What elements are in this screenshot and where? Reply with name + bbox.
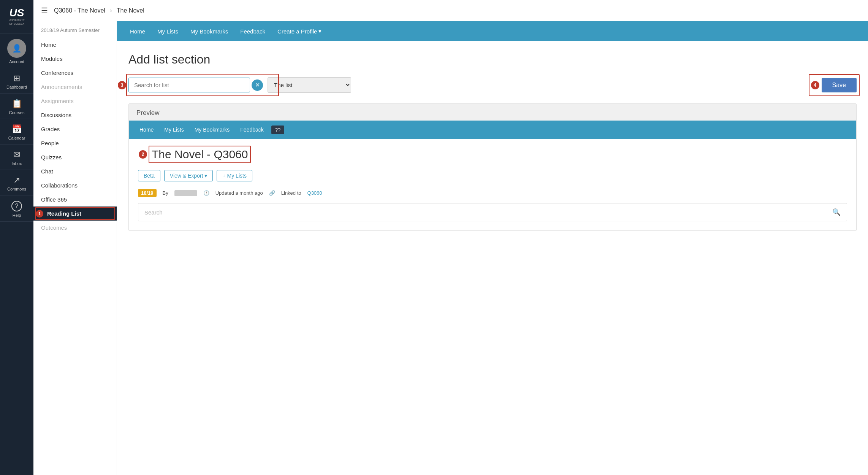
by-label: By — [163, 190, 168, 196]
calendar-icon: 📅 — [12, 124, 22, 134]
clear-search-button[interactable]: ✕ — [252, 79, 263, 91]
nav-item-collaborations[interactable]: Collaborations — [33, 178, 117, 192]
preview-search-box: Search 🔍 — [138, 203, 847, 221]
qq-badge: ?? — [271, 126, 284, 134]
nav-item-modules[interactable]: Modules — [33, 52, 117, 66]
sidebar-item-help[interactable]: ? Help — [0, 195, 33, 222]
breadcrumb-separator: › — [110, 7, 112, 14]
nav-item-readinglist-wrapper: 1 Reading List — [33, 207, 117, 221]
avatar: 👤 — [7, 39, 26, 58]
sidebar-item-inbox[interactable]: ✉ Inbox — [0, 145, 33, 170]
sidebar-item-label-dashboard: Dashboard — [6, 85, 27, 89]
left-nav: 2018/19 Autumn Semester Home Modules Con… — [33, 21, 117, 475]
dropdown-chevron-icon: ▾ — [318, 28, 322, 35]
commons-icon: ↗ — [13, 175, 20, 185]
sidebar-item-label-inbox: Inbox — [12, 161, 22, 166]
sidebar-item-account[interactable]: 👤 Account — [0, 33, 33, 68]
updated-text: Updated a month ago — [215, 190, 263, 196]
breadcrumb-part2: The Novel — [117, 7, 144, 14]
preview-header: Preview — [129, 104, 856, 121]
courses-icon: 📋 — [12, 99, 22, 109]
nav-item-grades[interactable]: Grades — [33, 122, 117, 136]
preview-blue-nav-mylists[interactable]: My Lists — [160, 125, 188, 135]
page-title: Add list section — [128, 52, 857, 67]
preview-list-title: The Novel - Q3060 — [152, 148, 248, 161]
main-area: ☰ Q3060 - The Novel › The Novel 2018/19 … — [33, 0, 868, 475]
my-lists-button[interactable]: + My Lists — [217, 170, 252, 181]
save-button[interactable]: Save — [822, 78, 857, 92]
view-export-chevron-icon: ▾ — [204, 173, 207, 179]
preview-blue-nav-mybookmarks[interactable]: My Bookmarks — [190, 125, 234, 135]
blue-nav-home[interactable]: Home — [125, 26, 150, 37]
form-row: 3 ✕ The list 4 Save — [128, 77, 857, 93]
nav-item-outcomes: Outcomes — [33, 221, 117, 235]
step4-badge: 4 — [811, 81, 819, 89]
sidebar: US UNIVERSITYOF SUSSEX 👤 Account ⊞ Dashb… — [0, 0, 33, 475]
preview-blue-nav: Home My Lists My Bookmarks Feedback ?? — [129, 121, 856, 139]
preview-blue-nav-home[interactable]: Home — [135, 125, 158, 135]
list-select[interactable]: The list — [268, 77, 351, 93]
nav-item-quizzes[interactable]: Quizzes — [33, 150, 117, 164]
dashboard-icon: ⊞ — [13, 73, 20, 83]
preview-blue-nav-feedback[interactable]: Feedback — [236, 125, 268, 135]
nav-item-assignments: Assignments — [33, 94, 117, 108]
beta-button[interactable]: Beta — [138, 170, 160, 181]
blue-nav-mybookmarks[interactable]: My Bookmarks — [185, 26, 233, 37]
logo-us-text: US — [10, 8, 24, 18]
preview-meta-row: 18/19 By 🕐 Updated a month ago 🔗 Linked … — [138, 189, 847, 197]
sidebar-item-dashboard[interactable]: ⊞ Dashboard — [0, 68, 33, 94]
view-export-label: View & Export — [170, 173, 203, 179]
hamburger-menu[interactable]: ☰ — [41, 6, 48, 15]
search-group: 3 ✕ — [128, 78, 263, 92]
view-export-button[interactable]: View & Export ▾ — [164, 170, 213, 181]
preview-section: Preview Home My Lists My Bookmarks Feedb… — [128, 103, 857, 231]
breadcrumb-part1[interactable]: Q3060 - The Novel — [54, 7, 105, 14]
nav-item-announcements: Announcements — [33, 80, 117, 94]
sidebar-item-label-commons: Commons — [7, 187, 26, 191]
nav-item-conferences[interactable]: Conferences — [33, 66, 117, 80]
preview-content: 2 The Novel - Q3060 Beta View & Export ▾… — [129, 139, 856, 230]
blue-nav-feedback[interactable]: Feedback — [235, 26, 271, 37]
clock-icon: 🕐 — [203, 190, 209, 196]
sidebar-item-label-account: Account — [9, 59, 24, 64]
main-content: Home My Lists My Bookmarks Feedback Crea… — [117, 21, 868, 475]
semester-label: 2018/19 Autumn Semester — [33, 27, 117, 38]
content-wrapper: 2018/19 Autumn Semester Home Modules Con… — [33, 21, 868, 475]
inbox-icon: ✉ — [13, 150, 20, 160]
save-group: 4 Save — [822, 78, 857, 92]
author-avatar-placeholder — [174, 190, 197, 196]
logo-univ-text: UNIVERSITYOF SUSSEX — [9, 18, 25, 25]
sidebar-item-label-help: Help — [13, 213, 21, 218]
close-icon: ✕ — [255, 81, 260, 89]
nav-item-readinglist[interactable]: Reading List — [33, 207, 117, 221]
search-preview-icon: 🔍 — [832, 208, 841, 216]
sidebar-item-calendar[interactable]: 📅 Calendar — [0, 119, 33, 145]
blue-nav-createprofile[interactable]: Create a Profile ▾ — [272, 25, 327, 37]
university-logo: US UNIVERSITYOF SUSSEX — [0, 0, 33, 33]
sidebar-item-label-courses: Courses — [9, 110, 25, 115]
step1-badge: 1 — [36, 210, 43, 218]
breadcrumb: Q3060 - The Novel › The Novel — [54, 7, 144, 14]
preview-title-wrapper: 2 The Novel - Q3060 — [152, 148, 248, 161]
sidebar-item-commons[interactable]: ↗ Commons — [0, 170, 33, 195]
blue-nav-createprofile-label: Create a Profile — [277, 28, 317, 35]
year-badge: 18/19 — [138, 189, 157, 197]
linked-link[interactable]: Q3060 — [307, 190, 322, 196]
step2-badge: 2 — [139, 150, 147, 159]
nav-item-discussions[interactable]: Discussions — [33, 108, 117, 122]
help-icon: ? — [11, 201, 22, 211]
linked-label: Linked to — [281, 190, 301, 196]
page-content-area: Add list section 3 ✕ The list — [117, 41, 868, 242]
nav-item-chat[interactable]: Chat — [33, 164, 117, 178]
sidebar-item-label-calendar: Calendar — [8, 136, 25, 140]
step3-badge: 3 — [118, 81, 126, 89]
sidebar-item-courses[interactable]: 📋 Courses — [0, 94, 33, 119]
link-icon: 🔗 — [269, 190, 275, 196]
blue-nav-mylists[interactable]: My Lists — [152, 26, 184, 37]
nav-item-office365[interactable]: Office 365 — [33, 192, 117, 207]
search-input[interactable] — [128, 78, 250, 92]
nav-item-home[interactable]: Home — [33, 38, 117, 52]
nav-item-people[interactable]: People — [33, 136, 117, 150]
blue-nav-bar: Home My Lists My Bookmarks Feedback Crea… — [117, 21, 868, 41]
topbar: ☰ Q3060 - The Novel › The Novel — [33, 0, 868, 21]
